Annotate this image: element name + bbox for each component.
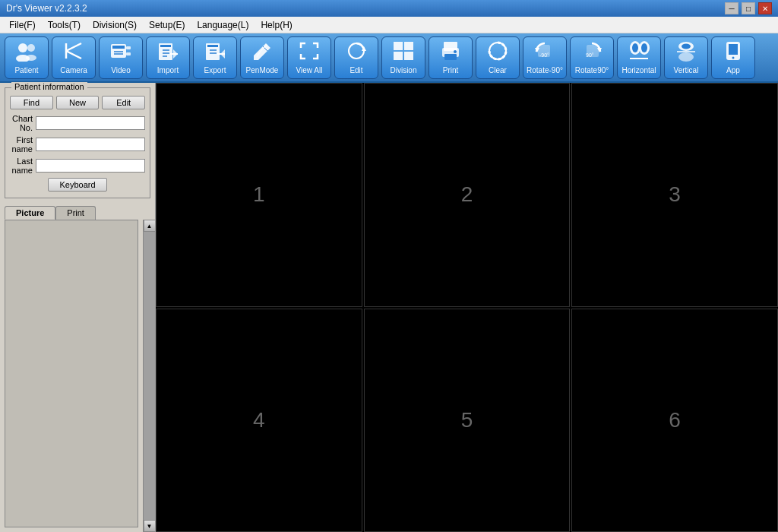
window-controls: ─ □ ✕ [725,2,772,14]
patient-action-buttons: Find New Edit [10,96,145,109]
scroll-track[interactable] [144,232,156,520]
import-label: Import [157,66,179,74]
picture-panel [5,220,138,527]
clear-label: Clear [489,66,507,74]
division-label: Division [390,66,416,74]
last-name-input[interactable] [36,159,145,173]
svg-rect-54 [729,44,738,55]
image-grid: 1 2 3 4 5 6 [156,83,778,532]
grid-cell-4[interactable]: 4 [156,309,362,533]
viewall-label: View All [296,66,323,74]
toolbar-horizontal[interactable]: Horizontal [617,36,661,79]
horizontal-label: Horizontal [621,66,656,74]
rotate-neg90-icon: -90° [533,40,556,65]
patient-info-legend: Patient information [11,82,87,91]
toolbar-export[interactable]: Export [193,36,237,79]
minimize-button[interactable]: ─ [725,2,738,14]
menu-tools[interactable]: Tools(T) [42,18,87,32]
svg-point-45 [632,43,638,52]
sidebar: Patient information Find New Edit Chart … [0,83,156,532]
svg-text:90°: 90° [586,52,594,58]
toolbar-edit[interactable]: Edit [334,36,378,79]
close-button[interactable]: ✕ [758,2,772,14]
toolbar-patient[interactable]: Patient [5,36,49,79]
svg-rect-31 [394,52,403,60]
svg-line-4 [66,43,81,51]
patient-label: Patient [14,66,38,74]
scroll-down-button[interactable]: ▼ [144,520,156,532]
scroll-up-button[interactable]: ▲ [144,220,156,232]
sidebar-bottom: ▲ ▼ [0,220,155,532]
toolbar-import[interactable]: Import [146,36,190,79]
rotate-pos90-label: Rotate90° [575,66,609,74]
toolbar-camera[interactable]: Camera [52,36,96,79]
first-name-label: First name [10,135,33,154]
grid-number-4: 4 [253,408,265,432]
svg-rect-14 [160,45,171,47]
svg-text:-90°: -90° [539,52,549,58]
grid-cell-5[interactable]: 5 [364,309,571,533]
svg-rect-29 [394,42,403,50]
toolbar-app[interactable]: App [711,36,755,79]
main-area: Patient information Find New Edit Chart … [0,83,778,532]
svg-point-36 [454,50,457,53]
grid-number-6: 6 [669,408,681,432]
svg-rect-11 [126,46,131,49]
app-label: App [726,66,740,74]
toolbar-viewall[interactable]: View All [287,36,331,79]
toolbar-clear[interactable]: Clear [476,36,520,79]
svg-rect-12 [126,52,131,55]
svg-rect-35 [444,54,457,60]
toolbar-video[interactable]: Video [99,36,143,79]
tab-print[interactable]: Print [55,206,96,220]
print-icon [439,40,462,65]
first-name-input[interactable] [36,138,145,151]
svg-rect-30 [404,42,413,50]
svg-point-50 [682,44,691,49]
chart-no-label: Chart No. [10,114,33,132]
grid-cell-3[interactable]: 3 [571,83,778,307]
print-label: Print [443,66,459,74]
scroll-area: ▲ ▼ [143,220,155,532]
toolbar-rotate-pos90[interactable]: 90° Rotate90° [570,36,614,79]
svg-point-55 [732,57,735,59]
grid-cell-6[interactable]: 6 [571,309,778,533]
menu-language[interactable]: Language(L) [191,18,255,32]
menu-help[interactable]: Help(H) [255,18,298,32]
toolbar-division[interactable]: Division [381,36,425,79]
toolbar-print[interactable]: Print [429,36,473,79]
svg-point-0 [18,43,27,52]
toolbar-rotate-neg90[interactable]: -90° Rotate-90° [523,36,567,79]
division-icon [392,40,415,65]
menu-division[interactable]: Division(S) [87,18,143,32]
new-button[interactable]: New [56,96,100,109]
grid-cell-1[interactable]: 1 [156,83,362,307]
camera-label: Camera [60,66,87,74]
tabs: Picture Print [5,206,150,220]
menu-file[interactable]: File(F) [3,18,42,32]
toolbar: Patient Camera Video [0,33,778,83]
chart-no-row: Chart No. [10,114,145,132]
menu-bar: File(F) Tools(T) Division(S) Setup(E) La… [0,17,778,33]
viewall-icon [298,40,321,65]
svg-rect-8 [112,46,125,49]
find-button[interactable]: Find [10,96,53,109]
keyboard-button[interactable]: Keyboard [48,178,106,192]
export-icon [204,40,226,65]
last-name-row: Last name [10,157,145,175]
svg-point-2 [27,44,35,52]
last-name-label: Last name [10,157,33,175]
svg-point-47 [641,43,647,52]
horizontal-icon [628,40,650,65]
import-icon [157,40,179,65]
grid-cell-2[interactable]: 2 [364,83,571,307]
toolbar-vertical[interactable]: Vertical [664,36,708,79]
tab-picture[interactable]: Picture [5,206,55,220]
edit-button[interactable]: Edit [102,96,145,109]
restore-button[interactable]: □ [742,2,755,14]
toolbar-penmode[interactable]: PenMode [240,36,284,79]
menu-setup[interactable]: Setup(E) [143,18,191,32]
vertical-label: Vertical [674,66,699,74]
chart-no-input[interactable] [36,116,145,130]
rotate-neg90-label: Rotate-90° [527,66,563,74]
